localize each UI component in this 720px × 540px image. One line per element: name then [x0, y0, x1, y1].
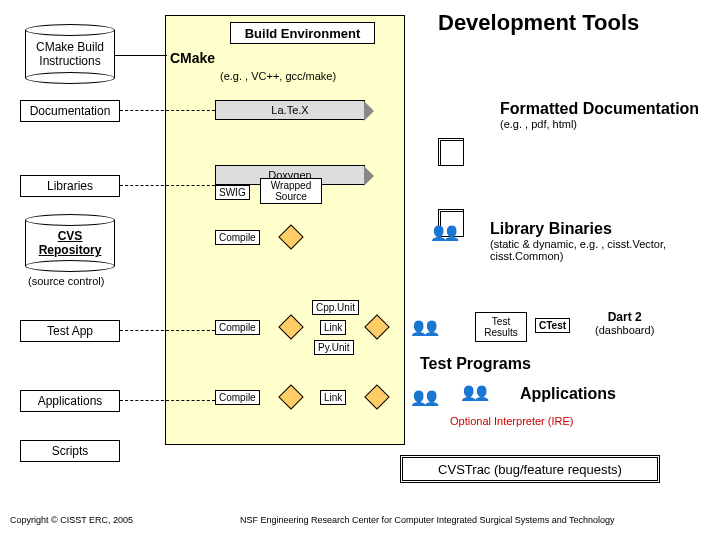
compile-box-3: Compile: [215, 390, 260, 405]
people-icon-1: 👤👤: [430, 225, 456, 241]
conn-doc-latex: [120, 110, 215, 111]
cvstrac-label: CVSTrac (bug/feature requests): [438, 462, 622, 477]
documentation-box: Documentation: [20, 100, 120, 122]
people-icon-2: 👤👤: [410, 320, 436, 336]
swig-box: SWIG: [215, 185, 250, 200]
formatted-doc-block: Formatted Documentation (e.g. , pdf, htm…: [500, 100, 699, 130]
link-box-1: Link: [320, 320, 346, 335]
conn-lib-swig: [120, 185, 215, 186]
compile-box-1: Compile: [215, 230, 260, 245]
cmake-instructions-cylinder: CMake Build Instructions: [25, 30, 115, 78]
test-results-box: Test Results: [475, 312, 527, 342]
conn-app-compile: [120, 400, 215, 401]
cmake-instructions-label: CMake Build Instructions: [25, 40, 115, 68]
pyunit-box: Py.Unit: [314, 340, 354, 355]
build-env-label: Build Environment: [230, 22, 375, 44]
ire-label: Optional Interpreter (IRE): [450, 415, 574, 427]
formatted-doc-sub: (e.g. , pdf, html): [500, 118, 699, 130]
cppunit-box: Cpp.Unit: [312, 300, 359, 315]
test-programs-label: Test Programs: [420, 355, 531, 373]
conn-test-compile: [120, 330, 215, 331]
wrapped-source-box: Wrapped Source: [260, 178, 322, 204]
dart2-label: Dart 2: [595, 310, 654, 324]
ctest-box: CTest: [535, 318, 570, 333]
libraries-box: Libraries: [20, 175, 120, 197]
page-title: Development Tools: [438, 10, 639, 36]
pages-icon-1: [440, 140, 464, 166]
scripts-box: Scripts: [20, 440, 120, 462]
cvs-repo-label: CVS Repository: [25, 229, 115, 257]
applications-box: Applications: [20, 390, 120, 412]
dashboard-label: (dashboard): [595, 324, 654, 336]
cvs-sub-label: (source control): [28, 275, 104, 287]
link-box-2: Link: [320, 390, 346, 405]
library-binaries-block: Library Binaries (static & dynamic, e.g.…: [490, 220, 690, 262]
dart2-block: Dart 2 (dashboard): [595, 310, 654, 336]
toolchain-label: (e.g. , VC++, gcc/make): [220, 70, 336, 82]
people-icon-3: 👤👤: [410, 390, 436, 406]
latex-arrow: La.Te.X: [215, 100, 365, 120]
people-icon-4: 👤👤: [460, 385, 486, 401]
library-binaries-title: Library Binaries: [490, 220, 690, 238]
conn-cmake: [115, 55, 167, 56]
test-app-box: Test App: [20, 320, 120, 342]
copyright: Copyright © CISST ERC, 2005: [10, 515, 133, 525]
applications-label: Applications: [520, 385, 616, 403]
cvs-repo-cylinder: CVS Repository: [25, 220, 115, 266]
compile-box-2: Compile: [215, 320, 260, 335]
formatted-doc-title: Formatted Documentation: [500, 100, 699, 118]
cvstrac-box: CVSTrac (bug/feature requests): [400, 455, 660, 483]
library-binaries-sub: (static & dynamic, e.g. , cisst.Vector, …: [490, 238, 690, 262]
nsf-footer: NSF Engineering Research Center for Comp…: [240, 515, 615, 525]
cmake-label: CMake: [170, 50, 215, 66]
